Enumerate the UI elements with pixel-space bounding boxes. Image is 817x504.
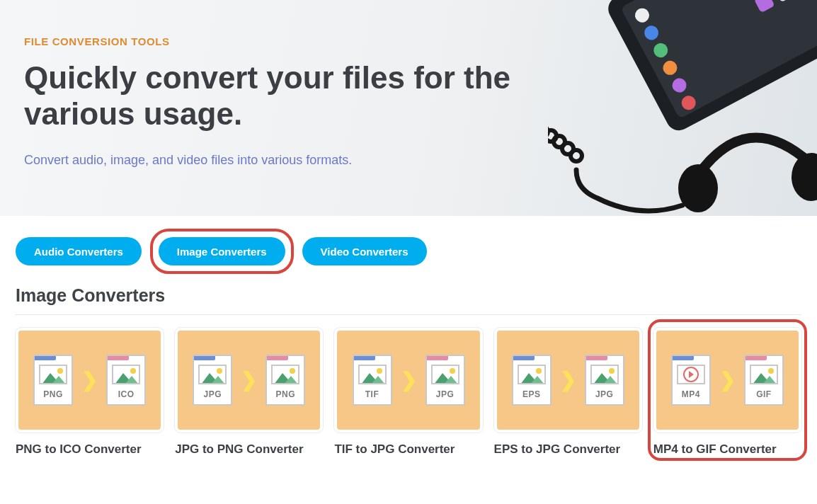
hero-eyebrow: FILE CONVERSION TOOLS [24, 35, 789, 47]
svg-point-5 [661, 58, 680, 77]
file-to-ext: JPG [427, 389, 464, 399]
svg-point-6 [670, 76, 689, 95]
section-title: Image Converters [0, 280, 817, 314]
card-tif-to-jpg-wrap: TIF ❯ JPG TIF to JPG Converter [334, 328, 482, 457]
card-visual: TIF ❯ JPG [334, 328, 482, 433]
hero-subtitle: Convert audio, image, and video files in… [24, 153, 789, 168]
svg-point-7 [679, 93, 698, 113]
file-to-icon: PNG [265, 355, 305, 406]
file-to-icon: GIF [744, 355, 784, 406]
card-mp4-to-gif[interactable]: MP4 ❯ GIF MP4 to GIF Converter [653, 328, 801, 457]
file-from-ext: EPS [513, 389, 550, 399]
card-label: TIF to JPG Converter [334, 442, 482, 457]
card-eps-to-jpg-wrap: EPS ❯ JPG EPS to JPG Converter [494, 328, 642, 457]
card-visual: MP4 ❯ GIF [653, 328, 801, 433]
converter-tabs: Audio Converters Image Converters Video … [0, 216, 817, 280]
file-from-icon: TIF [353, 355, 392, 406]
card-label: PNG to ICO Converter [16, 442, 164, 457]
file-from-ext: JPG [194, 389, 231, 399]
file-from-icon: EPS [512, 355, 552, 406]
file-from-ext: TIF [354, 389, 391, 399]
file-to-ext: PNG [267, 389, 304, 399]
tab-video-converters-wrap: Video Converters [302, 237, 427, 265]
svg-rect-1 [620, 0, 817, 119]
svg-rect-14 [754, 0, 775, 13]
card-mp4-to-gif-wrap: MP4 ❯ GIF MP4 to GIF Converter [653, 328, 801, 457]
svg-rect-15 [774, 0, 795, 2]
arrow-icon: ❯ [719, 370, 736, 390]
tab-image-converters[interactable]: Image Converters [159, 237, 285, 265]
file-from-icon: PNG [33, 355, 73, 406]
svg-point-17 [678, 164, 718, 212]
svg-point-21 [554, 136, 565, 147]
svg-rect-0 [604, 0, 817, 135]
file-to-icon: ICO [106, 355, 146, 406]
file-from-icon: MP4 [671, 355, 711, 406]
svg-point-18 [792, 153, 817, 201]
card-eps-to-jpg[interactable]: EPS ❯ JPG EPS to JPG Converter [494, 328, 642, 457]
card-visual: EPS ❯ JPG [494, 328, 642, 433]
file-to-ext: JPG [586, 389, 623, 399]
file-to-ext: GIF [745, 389, 782, 399]
tab-audio-converters-wrap: Audio Converters [16, 237, 142, 265]
hero-title: Quickly convert your files for the vario… [24, 60, 520, 132]
card-tif-to-jpg[interactable]: TIF ❯ JPG TIF to JPG Converter [334, 328, 482, 457]
card-png-to-ico[interactable]: PNG ❯ ICO PNG to ICO Converter [16, 328, 164, 457]
card-visual: JPG ❯ PNG [175, 328, 323, 433]
file-from-ext: PNG [35, 389, 72, 399]
converter-card-grid: PNG ❯ ICO PNG to ICO Converter JPG ❯ [0, 328, 817, 464]
file-to-icon: JPG [585, 355, 624, 406]
tab-image-converters-wrap: Image Converters [159, 237, 285, 265]
svg-point-22 [548, 130, 556, 142]
tab-audio-converters[interactable]: Audio Converters [16, 237, 142, 265]
file-to-ext: ICO [108, 389, 144, 399]
card-jpg-to-png[interactable]: JPG ❯ PNG JPG to PNG Converter [175, 328, 323, 457]
tab-video-converters[interactable]: Video Converters [302, 237, 427, 265]
section-divider [16, 314, 801, 315]
file-from-icon: JPG [193, 355, 232, 406]
arrow-icon: ❯ [560, 370, 576, 390]
hero-banner: FILE CONVERSION TOOLS Quickly convert yo… [0, 0, 817, 216]
file-from-ext: MP4 [673, 389, 709, 399]
file-to-icon: JPG [425, 355, 465, 406]
card-label: EPS to JPG Converter [494, 442, 642, 457]
card-visual: PNG ❯ ICO [16, 328, 164, 433]
arrow-icon: ❯ [401, 370, 417, 390]
svg-point-2 [632, 6, 651, 25]
card-label: JPG to PNG Converter [175, 442, 323, 457]
arrow-icon: ❯ [241, 370, 257, 390]
card-label: MP4 to GIF Converter [653, 442, 801, 457]
hero-decor-illustration [548, 0, 817, 216]
arrow-icon: ❯ [81, 370, 98, 390]
card-jpg-to-png-wrap: JPG ❯ PNG JPG to PNG Converter [175, 328, 323, 457]
card-png-to-ico-wrap: PNG ❯ ICO PNG to ICO Converter [16, 328, 164, 457]
